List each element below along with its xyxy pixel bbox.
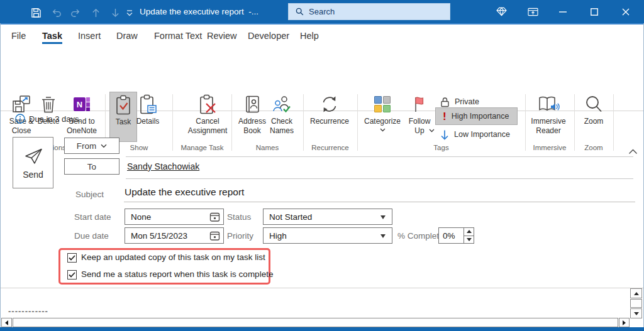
percent-complete-value: 0% bbox=[443, 231, 455, 241]
minimize-button[interactable] bbox=[553, 0, 572, 23]
status-dropdown[interactable]: Not Started bbox=[263, 209, 392, 225]
start-date-input[interactable]: None bbox=[125, 209, 224, 225]
paper-plane-icon bbox=[23, 146, 43, 165]
scroll-up-button[interactable] bbox=[630, 288, 642, 298]
from-row-rule bbox=[126, 156, 633, 157]
tab-insert[interactable]: Insert bbox=[78, 28, 101, 44]
group-label-recurrence: Recurrence bbox=[304, 144, 356, 151]
checkmark-icon bbox=[69, 255, 75, 261]
start-date-value: None bbox=[131, 212, 151, 222]
tab-task[interactable]: Task bbox=[42, 28, 62, 44]
ribbon-tab-bar: File Task Insert Draw Format Text Review… bbox=[0, 24, 644, 45]
redo-icon[interactable] bbox=[70, 7, 81, 18]
due-date-value: Mon 5/15/2023 bbox=[131, 231, 187, 241]
send-status-report-checkbox[interactable] bbox=[67, 270, 77, 279]
title-bar: Update the executive report -... Search bbox=[0, 0, 644, 24]
from-label: From bbox=[77, 141, 97, 151]
scroll-right-icon bbox=[623, 320, 626, 325]
priority-value: High bbox=[269, 231, 287, 241]
dropdown-arrow-icon bbox=[380, 215, 386, 219]
signature-separator[interactable]: ------------ bbox=[8, 307, 48, 316]
group-label-tags: Tags bbox=[358, 144, 524, 151]
priority-dropdown[interactable]: High bbox=[263, 227, 392, 244]
send-label: Send bbox=[23, 170, 43, 180]
lock-icon bbox=[440, 97, 450, 107]
search-placeholder: Search bbox=[309, 7, 335, 16]
vertical-scrollbar-thumb[interactable] bbox=[630, 299, 642, 308]
to-row-rule bbox=[126, 178, 633, 179]
keep-updated-copy-checkbox[interactable] bbox=[67, 253, 77, 263]
due-date-input[interactable]: Mon 5/15/2023 bbox=[125, 227, 224, 244]
checkmark-icon bbox=[69, 272, 75, 278]
save-icon[interactable] bbox=[30, 7, 42, 18]
group-label-names: Names bbox=[233, 144, 302, 151]
chevron-down-icon bbox=[380, 128, 386, 132]
scroll-right-button[interactable] bbox=[619, 318, 630, 327]
scroll-down-button[interactable] bbox=[630, 308, 642, 318]
info-icon bbox=[15, 114, 25, 126]
calendar-icon[interactable] bbox=[209, 212, 220, 224]
svg-text:N: N bbox=[77, 100, 82, 109]
keep-updated-copy-label: Keep an updated copy of this task on my … bbox=[81, 252, 265, 262]
search-icon bbox=[296, 8, 304, 16]
chevron-down-icon bbox=[429, 129, 435, 133]
tab-help[interactable]: Help bbox=[300, 28, 319, 44]
percent-complete-input[interactable]: 0% bbox=[438, 227, 464, 244]
chevron-down-icon bbox=[101, 144, 107, 148]
group-label-immersive: Immersive bbox=[526, 144, 573, 151]
horizontal-scrollbar-thumb[interactable] bbox=[13, 318, 618, 327]
window-title: Update the executive report -... bbox=[140, 0, 258, 23]
down-arrow-icon bbox=[440, 129, 449, 140]
spin-down-button[interactable] bbox=[464, 236, 474, 244]
scroll-left-button[interactable] bbox=[1, 318, 12, 327]
notes-divider bbox=[0, 288, 644, 288]
scroll-left-icon bbox=[5, 320, 8, 325]
start-date-label: Start date bbox=[74, 212, 111, 222]
move-down-icon[interactable] bbox=[109, 7, 121, 18]
button-label: Private bbox=[455, 97, 479, 106]
scroll-up-icon bbox=[634, 292, 639, 295]
tab-developer[interactable]: Developer bbox=[248, 28, 289, 44]
outlook-task-window: Update the executive report -... Search … bbox=[0, 0, 644, 331]
recipient-name[interactable]: Sandy Stachowiak bbox=[127, 161, 199, 171]
tab-draw[interactable]: Draw bbox=[116, 28, 138, 44]
to-button[interactable]: To bbox=[64, 158, 119, 175]
ribbon-display-icon[interactable] bbox=[523, 0, 542, 23]
group-label-manage-task: Manage Task bbox=[174, 144, 230, 151]
button-label: Low Importance bbox=[454, 130, 510, 139]
subject-value[interactable]: Update the executive report bbox=[125, 187, 244, 198]
customize-qat-chevron-icon[interactable] bbox=[125, 7, 134, 18]
maximize-button[interactable] bbox=[585, 0, 604, 23]
spin-up-button[interactable] bbox=[464, 228, 474, 236]
percent-complete-stepper[interactable] bbox=[464, 227, 474, 244]
tab-review[interactable]: Review bbox=[207, 28, 237, 44]
due-date-label: Due date bbox=[74, 231, 109, 241]
subject-rule bbox=[124, 202, 635, 202]
status-label: Status bbox=[227, 212, 251, 222]
low-importance-button[interactable]: Low Importance bbox=[440, 128, 510, 141]
ribbon: Save & Close Delete N Send t bbox=[0, 45, 644, 111]
send-button[interactable]: Send bbox=[13, 137, 53, 188]
undo-icon[interactable] bbox=[50, 7, 62, 18]
coming-soon-diamond-icon[interactable] bbox=[492, 0, 511, 23]
tab-file[interactable]: File bbox=[11, 28, 26, 44]
send-status-report-label: Send me a status report when this task i… bbox=[81, 269, 273, 279]
subject-label: Subject bbox=[75, 190, 104, 199]
tab-format-text[interactable]: Format Text bbox=[154, 28, 202, 44]
group-label-zoom: Zoom bbox=[575, 144, 612, 151]
window-border-bottom bbox=[0, 327, 644, 331]
priority-label: Priority bbox=[227, 231, 253, 241]
spin-up-icon bbox=[467, 230, 472, 233]
from-button[interactable]: From bbox=[64, 138, 119, 154]
move-up-icon[interactable] bbox=[90, 7, 101, 18]
collapse-ribbon-chevron-icon[interactable] bbox=[628, 146, 638, 157]
scroll-down-icon bbox=[634, 312, 639, 315]
calendar-icon[interactable] bbox=[209, 231, 220, 243]
window-border-left bbox=[0, 23, 1, 327]
private-button[interactable]: Private bbox=[440, 95, 479, 108]
percent-complete-label: % Complete bbox=[397, 231, 444, 241]
due-in-days-text: Due in 3 days. bbox=[29, 114, 81, 124]
dropdown-arrow-icon bbox=[380, 234, 386, 238]
close-button[interactable] bbox=[616, 0, 635, 23]
search-input[interactable]: Search bbox=[288, 3, 450, 20]
